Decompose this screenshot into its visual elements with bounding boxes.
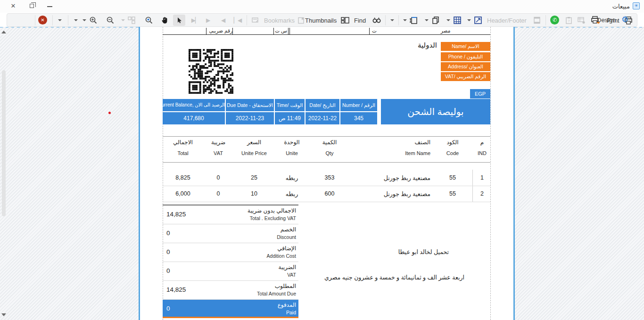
select-tool-button[interactable] (173, 15, 185, 26)
preview-area: رقم ضريبي س ت ت مصر الدولية الاسم /Name … (0, 27, 644, 320)
resize-caret-icon[interactable] (466, 16, 472, 25)
toolbar-separator (398, 15, 399, 25)
svg-text:?: ? (568, 19, 570, 23)
total-row-vat: الضريبةVAT0 (163, 262, 298, 281)
info-header: الرقم / Number (340, 99, 377, 111)
total-row-paid: المدفوعPaid0 (163, 300, 298, 318)
currency-badge: EGP (470, 89, 490, 98)
toolbar-separator (385, 15, 386, 25)
cell-total: 8,825 (163, 174, 203, 181)
cell-total: 6,000 (163, 190, 203, 197)
page-size-icon[interactable] (409, 16, 419, 25)
resize-page-icon[interactable] (473, 16, 483, 25)
scroll-down-icon[interactable] (1, 313, 6, 316)
info-col-time: الوقت /Time 11:49 ص (275, 99, 305, 124)
pan-hand-icon[interactable] (160, 16, 170, 25)
qr-code (189, 49, 233, 94)
report-page: رقم ضريبي س ت ت مصر الدولية الاسم /Name … (139, 27, 515, 320)
find-button[interactable]: Find (354, 16, 366, 25)
contact-label-phone: التليفون / Phone (441, 52, 490, 61)
items-header-name: الصنفItem Name (351, 136, 432, 156)
info-header: الوقت /Time (275, 99, 305, 111)
items-header-total: الاجماليTotal (163, 136, 203, 156)
items-header-price: السعرUnite Price (233, 136, 275, 156)
zoom-out-icon[interactable] (105, 16, 116, 25)
total-row-amount-due: المطلوبTotal Amount Due14,825 (163, 281, 298, 300)
zoom-in-icon[interactable] (88, 16, 99, 25)
info-header: التاريخ /Date (305, 99, 339, 111)
scroll-up-icon[interactable] (1, 31, 6, 33)
thumbnails-icon[interactable] (340, 16, 350, 25)
report-page-content: رقم ضريبي س ت ت مصر الدولية الاسم /Name … (140, 27, 513, 320)
info-col-date: التاريخ /Date 2022-11-22 (305, 99, 339, 124)
info-col-due-date: الاستحقاق - Due Date 2022-11-23 (226, 99, 274, 124)
design-gear-icon[interactable]: ⚙ (621, 15, 628, 24)
items-header-vat: ضريبةVAT (204, 136, 232, 156)
items-header-ind: مIND (474, 136, 490, 156)
cell-unit: ربطه (276, 190, 308, 197)
header-footer-label: Header/Footer (487, 17, 527, 24)
window-close-icon[interactable]: ✕ (8, 2, 18, 10)
table-caret-icon[interactable] (446, 16, 451, 25)
items-header-code: الكودCode (433, 136, 472, 156)
bookmarks-label: Bookmarks (264, 17, 295, 24)
contact-label-vat: الرقم الضريبي /VAT (441, 72, 490, 81)
zoom-dropdown-caret-icon[interactable] (82, 16, 87, 25)
total-row-addition-cost: الإضافيAddition Cost0 (163, 243, 298, 262)
tab-title: مبيعات (612, 3, 630, 10)
thumbnails-label: Thumbnails (305, 17, 337, 24)
page-view-caret-icon (120, 16, 126, 25)
title-bar: ✕ مبيعات ✳ (0, 0, 644, 13)
contact-label-address: العنوان /Address (441, 62, 490, 71)
design-button[interactable]: Design (597, 15, 616, 25)
cell-name: مصنعية ربط جورنل (351, 174, 432, 181)
window-minimize-icon[interactable] (47, 6, 52, 7)
toolbar-separator (247, 15, 247, 25)
company-name: الدولية (418, 41, 437, 49)
window-restore-icon[interactable] (30, 4, 34, 8)
copy-page-icon[interactable] (430, 16, 441, 25)
toolbar-separator (68, 15, 68, 25)
preview-toolbar: ✕ ▶▏ ▶ ◀ ▏◀ Bookmar (7, 13, 637, 27)
items-header-unit: الوحدةUnite (276, 136, 308, 156)
tab-close-icon[interactable]: ✳ (633, 2, 640, 9)
send-dropdown-caret-icon[interactable] (72, 16, 80, 25)
contact-label-name: الاسم /Name (441, 42, 490, 51)
cell-name: مصنعية ربط جورنل (351, 190, 432, 197)
cell-unit: ربطه (276, 174, 308, 181)
total-row-excluding-vat: الاجمالي بدون ضريبةTotal . Excluding VAT… (163, 205, 298, 224)
info-header: الاستحقاق - Due Date (226, 99, 274, 111)
page-size-caret-icon[interactable] (402, 16, 408, 25)
commercial-reg-label: س ت (274, 28, 288, 33)
shipment-note: تحميل لخالد ابو عيطا (398, 248, 449, 255)
table-grid-icon[interactable] (452, 16, 462, 25)
item-row-separator (163, 186, 490, 186)
item-row-separator (163, 202, 490, 202)
report-preview-window: ✕ مبيعات ✳ ✕ ▶▏ ▶ ◀ (0, 0, 644, 320)
info-value: 2022-11-22 (305, 112, 339, 124)
tax-number-label: رقم ضريبي (210, 28, 232, 33)
multi-page-view-icon (127, 16, 136, 25)
page-last-icon: ▏◀ (232, 16, 243, 25)
copy-caret-icon[interactable] (424, 16, 429, 25)
cell-ind: 1 (474, 174, 490, 181)
zoom-region-icon[interactable] (144, 16, 154, 25)
close-preview-button[interactable]: ✕ (38, 16, 47, 25)
cell-price: 10 (233, 190, 275, 197)
find-icon[interactable] (371, 16, 382, 25)
bookmarks-button: Bookmarks (264, 16, 295, 25)
country-label: مصر (436, 28, 455, 33)
vertical-scrollbar[interactable] (2, 70, 6, 216)
clipboard-icon: ? (564, 16, 573, 25)
bookmarks-icon (297, 16, 305, 25)
info-col-balance: الرصيد الى الان ,Current Balance 417,680 (163, 99, 225, 124)
info-value: 345 (340, 112, 377, 124)
view-mode-caret-icon[interactable] (389, 16, 396, 25)
cell-price: 25 (233, 174, 275, 181)
thumbnails-button[interactable]: Thumbnails (305, 16, 337, 25)
export-dropdown-caret-icon[interactable] (56, 16, 64, 25)
margin-guide-right (490, 27, 491, 320)
phone-abbr-label: ت (370, 28, 377, 33)
whatsapp-share-icon[interactable]: ✆ (550, 16, 559, 25)
document-title: بوليصة الشحن (381, 99, 490, 124)
